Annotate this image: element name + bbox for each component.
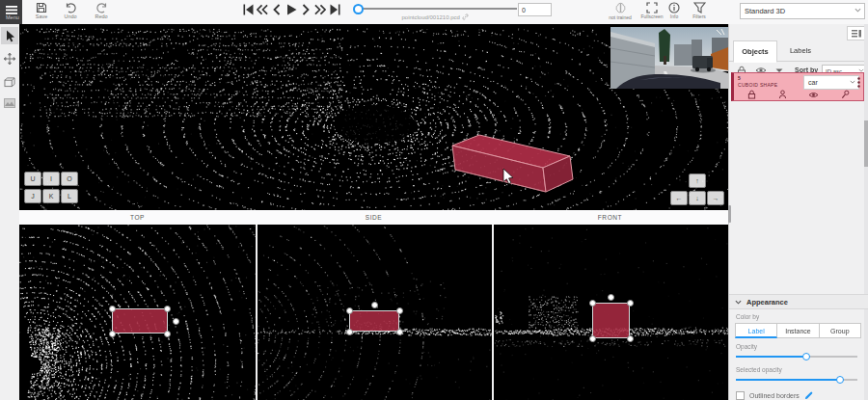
model-status-button[interactable]: not trained bbox=[604, 0, 637, 24]
panel-resize-handle[interactable] bbox=[728, 205, 731, 223]
frame-number-input[interactable] bbox=[518, 3, 552, 16]
camera-preview[interactable] bbox=[610, 27, 728, 89]
resize-handle[interactable] bbox=[346, 329, 353, 335]
color-by-instance-button[interactable]: Instance bbox=[777, 323, 819, 338]
scrollbar-thumb[interactable] bbox=[864, 120, 868, 167]
key-hint-k[interactable]: K bbox=[42, 189, 60, 203]
rotate-handle[interactable] bbox=[371, 302, 378, 308]
appearance-section-header[interactable]: Appearance bbox=[729, 294, 868, 309]
next-frame-button[interactable] bbox=[300, 3, 312, 16]
top-view-label: TOP bbox=[19, 210, 256, 225]
panel-scrollbar[interactable] bbox=[864, 24, 868, 400]
undo-button[interactable]: Undo bbox=[58, 0, 83, 24]
skip-start-button[interactable] bbox=[242, 3, 254, 16]
object-category-select[interactable]: car bbox=[803, 75, 859, 90]
panel-tabs: Objects Labels bbox=[729, 40, 868, 62]
fast-forward-button[interactable] bbox=[314, 3, 326, 16]
resize-handle[interactable] bbox=[627, 335, 634, 342]
objects-panel: Objects Labels Sort by ID asc… 5 CUBOID … bbox=[728, 24, 868, 400]
selected-cuboid[interactable] bbox=[452, 135, 573, 192]
panel-layout-icon bbox=[852, 30, 861, 38]
play-button[interactable] bbox=[285, 3, 297, 16]
visibility-object-icon[interactable] bbox=[808, 91, 819, 99]
track-person-icon[interactable] bbox=[778, 90, 787, 99]
front-view[interactable] bbox=[494, 225, 728, 400]
tool-rail bbox=[0, 24, 20, 400]
object-id: 5 bbox=[738, 75, 741, 81]
opacity-label: Opacity bbox=[736, 343, 757, 350]
more-options-icon[interactable] bbox=[857, 77, 860, 88]
color-by-group-button[interactable]: Group bbox=[820, 323, 861, 338]
locate-pin-icon[interactable] bbox=[841, 90, 850, 99]
fast-backward-button[interactable] bbox=[257, 3, 268, 16]
resize-handle[interactable] bbox=[396, 329, 403, 335]
resize-handle[interactable] bbox=[164, 306, 171, 312]
frame-filename[interactable]: pointcloud/001210.pcd bbox=[353, 13, 517, 20]
opacity-slider[interactable] bbox=[736, 352, 857, 361]
filters-button[interactable]: Filters bbox=[685, 0, 714, 24]
arrow-left-button[interactable]: ← bbox=[670, 191, 688, 205]
link-icon bbox=[462, 13, 469, 20]
appearance-title: Appearance bbox=[746, 298, 788, 307]
selected-opacity-label: Selected opacity bbox=[736, 366, 782, 373]
redo-button[interactable]: Redo bbox=[89, 0, 114, 24]
resize-handle[interactable] bbox=[396, 307, 403, 314]
edit-pencil-icon[interactable] bbox=[804, 391, 813, 400]
move-tool-button[interactable] bbox=[1, 50, 18, 67]
select-tool-button[interactable] bbox=[1, 27, 18, 44]
resize-handle[interactable] bbox=[346, 307, 353, 314]
arrow-right-icon: → bbox=[713, 195, 719, 201]
selected-opacity-slider[interactable] bbox=[736, 375, 857, 385]
previous-frame-button[interactable] bbox=[271, 3, 283, 16]
panel-toggle-button[interactable] bbox=[847, 26, 866, 40]
info-label: Info bbox=[662, 13, 687, 19]
resize-handle[interactable] bbox=[627, 300, 634, 307]
view-label-bar: TOP SIDE FRONT bbox=[19, 210, 728, 225]
cuboid-side-projection[interactable] bbox=[349, 310, 399, 332]
outlined-borders-label: Outlined borders bbox=[749, 392, 800, 399]
selected-opacity-slider-knob[interactable] bbox=[836, 376, 844, 384]
tab-labels[interactable]: Labels bbox=[781, 40, 820, 60]
top-view[interactable] bbox=[19, 225, 256, 400]
outlined-borders-checkbox[interactable] bbox=[736, 391, 745, 400]
resize-handle[interactable] bbox=[109, 331, 116, 337]
cursor-icon bbox=[5, 30, 15, 42]
save-icon bbox=[36, 2, 47, 13]
key-hint-u[interactable]: U bbox=[24, 172, 41, 186]
cuboid-tool-button[interactable] bbox=[1, 73, 18, 91]
opacity-slider-knob[interactable] bbox=[802, 353, 810, 360]
info-button[interactable]: Info bbox=[662, 0, 687, 24]
skip-end-button[interactable] bbox=[329, 3, 340, 16]
outlined-borders-row: Outlined borders bbox=[736, 389, 813, 400]
arrow-down-button[interactable]: ↓ bbox=[689, 191, 706, 205]
fullscreen-icon bbox=[646, 2, 658, 13]
segmentation-tool-button[interactable] bbox=[1, 94, 18, 112]
cuboid-front-projection[interactable] bbox=[592, 303, 630, 338]
main-3d-viewport[interactable]: U I O J K L ↑ ← ↓ → bbox=[19, 24, 728, 210]
segmentation-image-icon bbox=[4, 98, 15, 108]
side-view[interactable] bbox=[258, 225, 492, 400]
key-hint-i[interactable]: I bbox=[42, 172, 60, 186]
rotate-handle[interactable] bbox=[608, 294, 614, 301]
key-hint-l[interactable]: L bbox=[61, 189, 78, 203]
arrow-up-button[interactable]: ↑ bbox=[689, 173, 706, 188]
save-button[interactable]: Save bbox=[30, 0, 53, 24]
object-actions bbox=[747, 89, 850, 100]
resize-handle[interactable] bbox=[589, 300, 596, 307]
tab-objects[interactable]: Objects bbox=[733, 40, 777, 63]
menu-button[interactable]: Menu bbox=[0, 0, 22, 24]
resize-handle[interactable] bbox=[109, 306, 116, 312]
arrow-right-button[interactable]: → bbox=[707, 191, 724, 205]
key-hint-o[interactable]: O bbox=[61, 172, 78, 186]
key-hint-j[interactable]: J bbox=[24, 189, 41, 203]
resize-handle[interactable] bbox=[589, 335, 596, 342]
lock-object-icon[interactable] bbox=[747, 90, 756, 99]
resize-handle[interactable] bbox=[164, 331, 171, 337]
rotate-handle[interactable] bbox=[173, 318, 179, 325]
object-list-item[interactable]: 5 CUBOID SHAPE car bbox=[731, 72, 864, 101]
cuboid-top-projection[interactable] bbox=[112, 308, 168, 333]
view-mode-select[interactable]: Standard 3D bbox=[740, 3, 865, 19]
color-by-label-button[interactable]: Label bbox=[735, 323, 777, 338]
timeline-track[interactable] bbox=[357, 8, 517, 10]
cuboid-icon bbox=[4, 77, 15, 88]
